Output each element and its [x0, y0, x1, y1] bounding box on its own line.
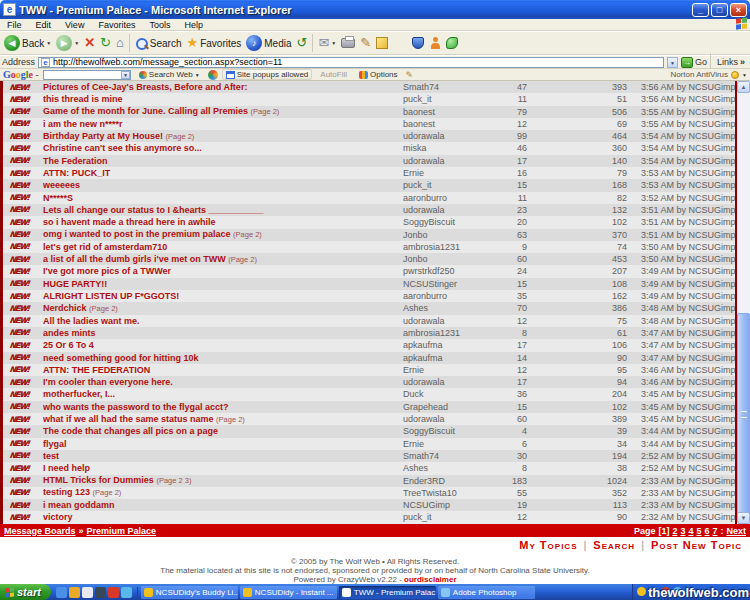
topic-title-link[interactable]: I've got more pics of a TWWer [43, 266, 171, 276]
minimize-button[interactable]: _ [692, 3, 709, 17]
topic-pages-link[interactable]: (Page 2) [233, 230, 262, 239]
scroll-up-button[interactable]: ▲ [737, 81, 750, 93]
search-web-button[interactable]: Search Web ▼ [135, 69, 204, 80]
topic-title-link[interactable]: flygal [43, 439, 67, 449]
topic-title-link[interactable]: who wants the password to the flygal acc… [43, 402, 229, 412]
pagerank-icon[interactable] [208, 70, 218, 80]
topic-title-link[interactable]: N*****S [43, 193, 73, 203]
post-new-topic-link[interactable]: Post New Topic [651, 539, 742, 551]
breadcrumb-message-boards[interactable]: Message Boards [4, 526, 76, 536]
search-web-dropdown-icon[interactable]: ▼ [195, 72, 200, 78]
vertical-scrollbar[interactable]: ▲ ▼ [737, 81, 750, 524]
page-link-1[interactable]: [1] [658, 526, 669, 536]
topic-title-link[interactable]: Birthday Party at My House! [43, 131, 163, 141]
menu-edit[interactable]: Edit [29, 19, 59, 31]
forward-button[interactable]: ▶ ▼ [56, 35, 79, 51]
back-button[interactable]: ◀ Back ▼ [4, 35, 51, 51]
topic-title-link[interactable]: Pictures of Cee-Jay's Breasts, Before an… [43, 82, 247, 92]
outlook-icon[interactable] [69, 587, 80, 598]
topic-title-link[interactable]: ATTN: PUCK_IT [43, 168, 110, 178]
topic-title-link[interactable]: ALRIGHT LISTEN UP F*GGOTS! [43, 291, 179, 301]
next-page-link[interactable]: Next [726, 526, 746, 536]
topic-title-link[interactable]: Nerdchick [43, 303, 87, 313]
menu-file[interactable]: File [0, 19, 29, 31]
topic-title-link[interactable]: I need help [43, 463, 90, 473]
topic-title-link[interactable]: testing 123 [43, 487, 90, 497]
topic-pages-link[interactable]: (Page 2 3) [156, 476, 191, 485]
go-button[interactable]: → Go [681, 57, 707, 68]
favorites-button[interactable]: ★ Favorites [187, 35, 242, 51]
my-topics-link[interactable]: My Topics [519, 539, 577, 551]
autofill-button[interactable]: AutoFill [316, 69, 351, 80]
highlighter-icon[interactable]: ✎ [406, 70, 414, 80]
page-link-5[interactable]: 5 [696, 526, 701, 536]
media-button[interactable]: ♪ Media [246, 35, 291, 51]
norton-antivirus-control[interactable]: Norton AntiVirus ▼ [670, 70, 747, 79]
breadcrumb-premium-palace[interactable]: Premium Palace [87, 526, 157, 536]
taskbar-button[interactable]: TWW - Premium Palac... [339, 586, 436, 599]
options-button[interactable]: Options [355, 69, 402, 80]
topic-pages-link[interactable]: (Page 2) [89, 304, 118, 313]
topic-pages-link[interactable]: (Page 2) [216, 415, 245, 424]
msn-icon[interactable] [121, 587, 132, 598]
topic-title-link[interactable]: HUGE PARTY!! [43, 279, 107, 289]
back-dropdown-icon[interactable]: ▼ [46, 40, 51, 46]
internet-explorer-icon[interactable] [56, 587, 67, 598]
page-link-7[interactable]: 7 [712, 526, 717, 536]
topic-title-link[interactable]: HTML Tricks for Dummies [43, 475, 154, 485]
topic-title-link[interactable]: Lets all change our status to I &hearts … [43, 205, 264, 215]
menu-help[interactable]: Help [177, 19, 210, 31]
topic-title-link[interactable]: motherfucker, I... [43, 389, 115, 399]
menu-view[interactable]: View [58, 19, 91, 31]
topic-title-link[interactable]: victory [43, 512, 73, 522]
forward-dropdown-icon[interactable]: ▼ [74, 40, 79, 46]
taskbar-button[interactable]: NCSUDidy - Instant ... [240, 586, 337, 599]
address-dropdown-icon[interactable]: ▼ [667, 57, 678, 68]
topic-title-link[interactable]: The Federation [43, 156, 108, 166]
topic-title-link[interactable]: I'm cooler than everyone here. [43, 377, 173, 387]
scrollbar-thumb[interactable] [737, 313, 750, 515]
messenger-button[interactable] [412, 37, 424, 49]
topic-title-link[interactable]: test [43, 451, 59, 461]
topic-title-link[interactable]: a list of all the dumb girls i've met on… [43, 254, 226, 264]
taskbar-button[interactable]: NCSUDidy's Buddy Li... [141, 586, 238, 599]
topic-title-link[interactable]: The code that changes all pics on a page [43, 426, 218, 436]
mail-dropdown-icon[interactable]: ▼ [331, 40, 336, 46]
history-button[interactable]: ↺ [297, 35, 308, 51]
topic-title-link[interactable]: weeeees [43, 180, 80, 190]
stop-button[interactable]: ✕ [84, 35, 95, 51]
print-button[interactable] [341, 38, 355, 48]
popup-blocker-button[interactable]: Site popups allowed [222, 69, 313, 80]
start-button[interactable]: start [0, 584, 51, 600]
close-button[interactable]: × [730, 3, 747, 17]
address-input[interactable]: e http://thewolfweb.com/message_section.… [38, 57, 664, 68]
google-search-input[interactable]: ▼ [43, 70, 131, 80]
topic-title-link[interactable]: andes mints [43, 328, 96, 338]
topic-pages-link[interactable]: (Page 2) [251, 107, 280, 116]
topic-title-link[interactable]: Christine can't see this anymore so... [43, 143, 202, 153]
tray-icon[interactable] [637, 587, 646, 596]
menu-tools[interactable]: Tools [142, 19, 177, 31]
topic-title-link[interactable]: 25 Or 6 To 4 [43, 340, 94, 350]
search-link[interactable]: Search [593, 539, 635, 551]
home-button[interactable]: ⌂ [116, 35, 124, 51]
edit-button[interactable]: ✎ [360, 35, 371, 51]
search-button[interactable]: Search [135, 37, 182, 50]
media-player-icon[interactable] [95, 587, 106, 598]
aim-icon[interactable] [108, 587, 119, 598]
aim-button[interactable] [429, 37, 441, 49]
antivirus-button[interactable] [446, 37, 458, 49]
refresh-button[interactable]: ↻ [100, 35, 111, 51]
mail-button[interactable]: ✉ ▼ [318, 35, 336, 51]
restore-button[interactable]: □ [711, 3, 728, 17]
topic-title-link[interactable]: All the ladies want me. [43, 316, 140, 326]
topic-pages-link[interactable]: (Page 2) [228, 255, 257, 264]
google-search-dropdown-icon[interactable]: ▼ [121, 71, 130, 79]
topic-title-link[interactable]: let's get rid of amsterdam710 [43, 242, 167, 252]
topic-title-link[interactable]: i am the new n****r [43, 119, 123, 129]
topic-title-link[interactable]: ATTN: THE FEDERATION [43, 365, 150, 375]
norton-dropdown-icon[interactable]: ▼ [742, 72, 747, 78]
topic-title-link[interactable]: i mean goddamn [43, 500, 115, 510]
topic-title-link[interactable]: so i havent made a thread here in awhile [43, 217, 216, 227]
topic-title-link[interactable]: omg i wanted to post in the premium pala… [43, 229, 231, 239]
